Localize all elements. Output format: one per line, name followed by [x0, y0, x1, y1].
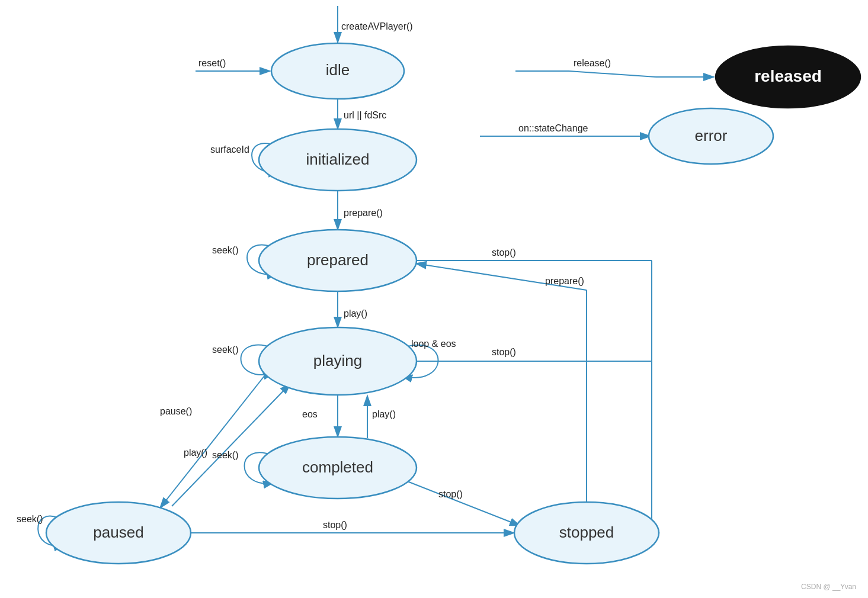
label-reset: reset(): [198, 58, 226, 68]
label-seek-paused: seek(): [17, 514, 43, 524]
label-completed: completed: [302, 458, 373, 476]
arrow-completed-to-stopped: [403, 480, 520, 526]
arrow-playing-to-paused: [160, 367, 271, 508]
label-create: createAVPlayer(): [341, 21, 413, 31]
label-prepare-init: prepare(): [344, 208, 383, 218]
label-error: error: [695, 127, 728, 144]
label-statechange: on::stateChange: [518, 123, 588, 133]
label-playing: playing: [313, 352, 362, 369]
label-play-prepared: play(): [344, 308, 367, 319]
label-stopped: stopped: [559, 523, 614, 541]
line-release-left: [569, 71, 656, 77]
label-release: release(): [574, 58, 611, 68]
label-url-fdsrc: url || fdSrc: [344, 110, 386, 120]
label-seek-playing: seek(): [212, 345, 238, 355]
label-stop-completed: stop(): [438, 489, 463, 499]
label-seek-completed: seek(): [212, 450, 238, 460]
label-stop-paused: stop(): [323, 520, 347, 530]
label-surfaceid: surfaceId: [210, 144, 249, 155]
label-paused: paused: [93, 523, 143, 541]
label-loop-eos: loop & eos: [411, 339, 456, 349]
label-prepared: prepared: [307, 251, 369, 269]
label-pause: pause(): [160, 406, 192, 416]
label-stop-playing: stop(): [492, 347, 516, 357]
label-prepare-stopped: prepare(): [545, 276, 584, 286]
label-idle: idle: [326, 61, 350, 79]
arrow-paused-to-playing: [172, 384, 290, 506]
label-seek-prepared: seek(): [212, 245, 238, 255]
label-stop-prepared: stop(): [492, 247, 516, 258]
watermark: CSDN @ __Yvan: [801, 583, 856, 591]
label-play-completed: play(): [372, 409, 396, 419]
label-released: released: [754, 67, 822, 85]
label-play-paused: play(): [184, 448, 207, 458]
label-initialized: initialized: [306, 150, 370, 168]
label-eos: eos: [302, 409, 318, 419]
